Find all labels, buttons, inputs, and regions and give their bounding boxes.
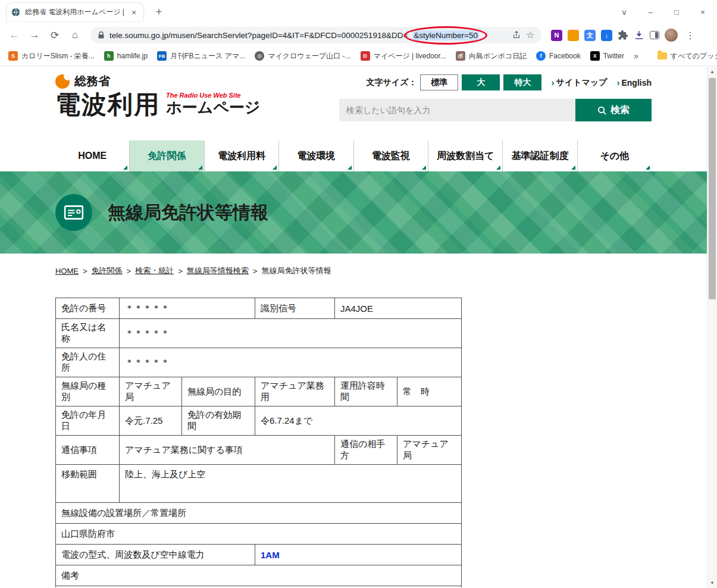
- value-station-purpose: アマチュア業務用: [255, 377, 335, 406]
- value-license-date: 令元.7.25: [120, 406, 182, 436]
- scrollbar-thumb[interactable]: [709, 78, 716, 299]
- back-icon[interactable]: ←: [6, 27, 23, 43]
- value-operating-hours: 常 時: [397, 377, 462, 406]
- nav-item-certification[interactable]: 基準認証制度: [502, 140, 577, 171]
- font-size-large-button[interactable]: 大: [462, 74, 500, 90]
- breadcrumb-license[interactable]: 免許関係: [92, 265, 123, 276]
- table-row: 氏名又は名称 ＊＊＊＊＊: [56, 319, 462, 348]
- value-call-sign: JA4JOE: [335, 298, 462, 319]
- tab-favicon-globe-icon: [11, 8, 20, 17]
- value-communication-matters: アマチュア業務に関する事項: [120, 436, 335, 465]
- value-communication-partner: アマチュア局: [397, 436, 462, 465]
- label-remarks: 備考: [56, 565, 462, 586]
- nav-item-license[interactable]: 免許関係: [129, 140, 203, 171]
- bookmark-item[interactable]: fFacebook: [536, 51, 581, 61]
- bookmarks-overflow-icon[interactable]: »: [634, 51, 638, 61]
- nav-item-others[interactable]: その他: [577, 140, 652, 171]
- label-communication-matters: 通信事項: [56, 436, 120, 465]
- sitemap-link[interactable]: ›サイトマップ: [551, 77, 607, 88]
- browser-toolbar: ← → ⟳ ⌂ tele.soumu.go.jp/musen/SearchSer…: [0, 24, 717, 46]
- nav-item-radio-monitoring[interactable]: 電波監視: [353, 140, 428, 171]
- browser-tab[interactable]: 総務省 電波利用ホームページ | 無... ×: [6, 2, 144, 21]
- url-highlighted-segment: &styleNumber=50: [412, 30, 479, 40]
- tab-close-icon[interactable]: ×: [129, 8, 139, 17]
- scroll-up-icon[interactable]: ▲: [707, 67, 717, 77]
- bookmark-item[interactable]: ◎マイクロウェーブ山口 -...: [255, 51, 350, 61]
- value-address: ＊＊＊＊＊: [120, 348, 462, 377]
- bookmarks-bar: SカロリーSlism - 栄養... hhamlife.jp FB月刊FBニュー…: [0, 46, 717, 66]
- label-call-sign: 識別信号: [255, 298, 335, 319]
- font-size-label: 文字サイズ：: [366, 77, 417, 88]
- table-row: 無線設備の設置場所／常置場所: [56, 503, 462, 524]
- all-bookmarks-button[interactable]: すべてのブックマーク: [657, 51, 717, 61]
- bookmark-item[interactable]: SカロリーSlism - 栄養...: [8, 51, 95, 61]
- value-mobility-range: 陸上、海上及び上空: [120, 465, 462, 503]
- search-button[interactable]: 検索: [575, 99, 652, 121]
- nav-item-home[interactable]: HOME: [55, 140, 129, 171]
- window-minimize-icon[interactable]: –: [646, 8, 655, 17]
- new-tab-button[interactable]: +: [151, 4, 167, 20]
- vertical-scrollbar[interactable]: ▲ ▼: [707, 67, 717, 588]
- nav-item-radio-environment[interactable]: 電波環境: [278, 140, 353, 171]
- site-title-main: 電波利用: [55, 92, 160, 117]
- bookmark-favicon: FB: [157, 51, 167, 61]
- value-name: ＊＊＊＊＊: [120, 319, 462, 348]
- label-operating-hours: 運用許容時間: [335, 377, 397, 406]
- table-row: 免許の年月日 令元.7.25 免許の有効期間 令6.7.24まで: [56, 406, 462, 436]
- bookmark-favicon: h: [104, 51, 114, 61]
- bookmark-favicon: ◎: [255, 51, 264, 61]
- side-panel-icon[interactable]: [650, 31, 659, 39]
- bookmark-item[interactable]: ポ向島ポンポコ日記: [456, 51, 527, 61]
- nav-item-radio-fee[interactable]: 電波利用料: [204, 140, 278, 171]
- site-logo[interactable]: 総務省 電波利用 The Radio Use Web Site ホームページ: [55, 73, 260, 117]
- home-icon[interactable]: ⌂: [67, 27, 83, 43]
- main-nav: HOME 免許関係 電波利用料 電波環境 電波監視 周波数割当て 基準認証制度 …: [55, 140, 652, 171]
- english-link[interactable]: ›English: [616, 77, 652, 87]
- table-row: 無線局の種別 アマチュア局 無線局の目的 アマチュア業務用 運用許容時間 常 時: [56, 377, 462, 406]
- onenote-extension-icon[interactable]: N: [551, 30, 562, 41]
- table-row: 免許の番号 ＊＊＊＊＊ 識別信号 JA4JOE: [56, 298, 462, 319]
- table-row: 山口県防府市: [56, 524, 462, 545]
- font-size-xlarge-button[interactable]: 特大: [503, 74, 541, 90]
- profile-avatar[interactable]: [665, 29, 678, 42]
- label-license-number: 免許の番号: [56, 298, 120, 319]
- extensions-puzzle-icon[interactable]: [618, 30, 628, 40]
- page-title: 無線局免許状等情報: [108, 201, 268, 225]
- lock-icon: [98, 31, 105, 39]
- chevron-right-icon: ›: [551, 77, 554, 87]
- blue-download-extension-icon[interactable]: ↓: [601, 30, 612, 41]
- scroll-down-icon[interactable]: ▼: [707, 578, 717, 588]
- bookmark-item[interactable]: hhamlife.jp: [104, 51, 148, 61]
- window-close-icon[interactable]: ×: [698, 8, 707, 17]
- table-row: 通信事項 アマチュア業務に関する事項 通信の相手方 アマチュア局: [56, 436, 462, 465]
- forward-icon[interactable]: →: [26, 27, 43, 43]
- nav-item-frequency-allocation[interactable]: 周波数割当て: [428, 140, 502, 171]
- bookmark-item[interactable]: Dマイページ | livedoor...: [361, 51, 446, 61]
- orange-extension-icon[interactable]: [568, 30, 579, 41]
- label-validity-period: 免許の有効期間: [182, 406, 255, 436]
- bookmark-star-icon[interactable]: ☆: [527, 30, 534, 40]
- bookmark-item[interactable]: XTwitter: [590, 51, 624, 61]
- emission-designation-link[interactable]: 1AM: [261, 550, 280, 560]
- bookmark-item[interactable]: FB月刊FBニュース アマ...: [157, 51, 245, 61]
- value-emission-designation: 1AM: [255, 545, 462, 565]
- reload-icon[interactable]: ⟳: [46, 27, 63, 43]
- value-station-type: アマチュア局: [120, 377, 182, 406]
- breadcrumb-station-search[interactable]: 無線局等情報検索: [187, 265, 249, 276]
- window-chevron-icon[interactable]: ∨: [619, 8, 629, 17]
- page-banner: 無線局免許状等情報: [0, 171, 707, 254]
- address-bar[interactable]: tele.soumu.go.jp/musen/SearchServlet?pag…: [90, 27, 541, 43]
- browser-menu-icon[interactable]: ⋮: [683, 30, 697, 41]
- breadcrumb-search-stats[interactable]: 検索・統計: [135, 265, 174, 276]
- window-maximize-icon[interactable]: □: [672, 8, 681, 17]
- downloads-icon[interactable]: [634, 30, 644, 40]
- breadcrumb-home[interactable]: HOME: [55, 267, 79, 276]
- bookmark-favicon: X: [590, 51, 600, 61]
- table-row: 備考: [56, 565, 462, 586]
- search-input[interactable]: [339, 99, 575, 121]
- font-size-standard-button[interactable]: 標準: [420, 74, 458, 90]
- site-header: 総務省 電波利用 The Radio Use Web Site ホームページ 文…: [0, 66, 707, 140]
- translate-extension-icon[interactable]: 文: [584, 30, 596, 41]
- folder-icon: [657, 52, 667, 60]
- share-icon[interactable]: [512, 31, 521, 39]
